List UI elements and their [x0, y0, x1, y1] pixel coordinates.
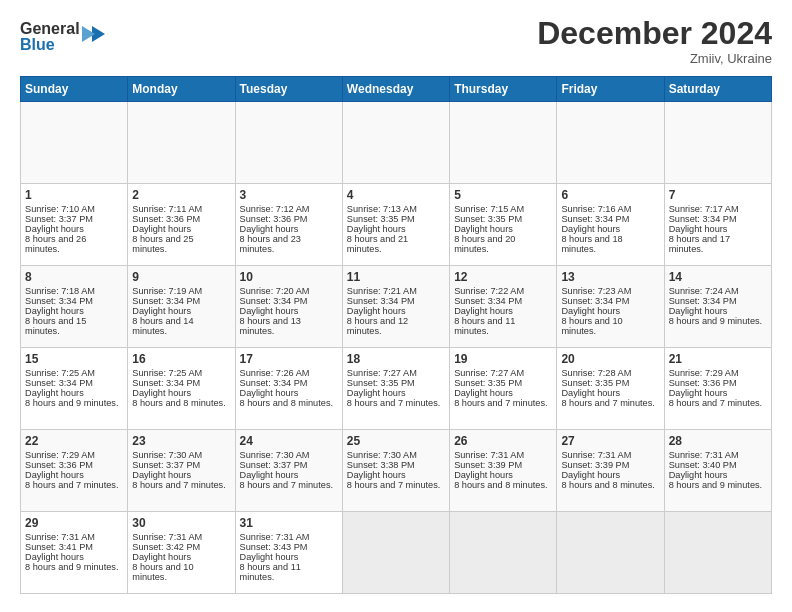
calendar-day-cell: 13Sunrise: 7:23 AMSunset: 3:34 PMDayligh… [557, 266, 664, 348]
daylight-value: 8 hours and 20 minutes. [454, 234, 515, 254]
sunset-text: Sunset: 3:37 PM [240, 460, 308, 470]
daylight-value: 8 hours and 8 minutes. [561, 480, 654, 490]
daylight-text: Daylight hours [132, 306, 191, 316]
daylight-value: 8 hours and 7 minutes. [669, 398, 762, 408]
day-number: 10 [240, 270, 338, 284]
day-of-week-header: Tuesday [235, 77, 342, 102]
daylight-text: Daylight hours [561, 470, 620, 480]
calendar-day-cell: 29Sunrise: 7:31 AMSunset: 3:41 PMDayligh… [21, 512, 128, 594]
sunset-text: Sunset: 3:34 PM [132, 296, 200, 306]
page: General Blue December 2024 Zmiiv, Ukrain… [0, 0, 792, 612]
sunrise-text: Sunrise: 7:17 AM [669, 204, 739, 214]
calendar-week-row: 29Sunrise: 7:31 AMSunset: 3:41 PMDayligh… [21, 512, 772, 594]
sunrise-text: Sunrise: 7:15 AM [454, 204, 524, 214]
sunset-text: Sunset: 3:34 PM [240, 378, 308, 388]
calendar-day-cell: 14Sunrise: 7:24 AMSunset: 3:34 PMDayligh… [664, 266, 771, 348]
calendar-day-cell: 10Sunrise: 7:20 AMSunset: 3:34 PMDayligh… [235, 266, 342, 348]
sunrise-text: Sunrise: 7:31 AM [240, 532, 310, 542]
daylight-value: 8 hours and 18 minutes. [561, 234, 622, 254]
calendar-day-cell: 6Sunrise: 7:16 AMSunset: 3:34 PMDaylight… [557, 184, 664, 266]
daylight-text: Daylight hours [240, 552, 299, 562]
day-number: 21 [669, 352, 767, 366]
sunrise-text: Sunrise: 7:20 AM [240, 286, 310, 296]
sunrise-text: Sunrise: 7:29 AM [669, 368, 739, 378]
day-number: 29 [25, 516, 123, 530]
calendar-day-cell: 2Sunrise: 7:11 AMSunset: 3:36 PMDaylight… [128, 184, 235, 266]
daylight-value: 8 hours and 7 minutes. [561, 398, 654, 408]
svg-text:General: General [20, 20, 80, 37]
daylight-value: 8 hours and 23 minutes. [240, 234, 301, 254]
calendar-day-cell: 26Sunrise: 7:31 AMSunset: 3:39 PMDayligh… [450, 430, 557, 512]
daylight-value: 8 hours and 21 minutes. [347, 234, 408, 254]
daylight-value: 8 hours and 9 minutes. [25, 398, 118, 408]
daylight-value: 8 hours and 11 minutes. [454, 316, 515, 336]
daylight-text: Daylight hours [454, 470, 513, 480]
calendar-day-cell [21, 102, 128, 184]
day-number: 30 [132, 516, 230, 530]
sunset-text: Sunset: 3:35 PM [347, 214, 415, 224]
calendar-day-cell [664, 512, 771, 594]
day-number: 20 [561, 352, 659, 366]
sunset-text: Sunset: 3:36 PM [669, 378, 737, 388]
daylight-text: Daylight hours [561, 388, 620, 398]
daylight-text: Daylight hours [240, 388, 299, 398]
daylight-value: 8 hours and 9 minutes. [669, 316, 762, 326]
sunset-text: Sunset: 3:34 PM [347, 296, 415, 306]
sunset-text: Sunset: 3:34 PM [25, 378, 93, 388]
calendar-day-cell: 3Sunrise: 7:12 AMSunset: 3:36 PMDaylight… [235, 184, 342, 266]
day-number: 6 [561, 188, 659, 202]
day-of-week-header: Sunday [21, 77, 128, 102]
calendar-day-cell: 11Sunrise: 7:21 AMSunset: 3:34 PMDayligh… [342, 266, 449, 348]
sunrise-text: Sunrise: 7:10 AM [25, 204, 95, 214]
calendar-day-cell: 9Sunrise: 7:19 AMSunset: 3:34 PMDaylight… [128, 266, 235, 348]
calendar-week-row: 15Sunrise: 7:25 AMSunset: 3:34 PMDayligh… [21, 348, 772, 430]
sunset-text: Sunset: 3:34 PM [132, 378, 200, 388]
day-number: 23 [132, 434, 230, 448]
sunrise-text: Sunrise: 7:22 AM [454, 286, 524, 296]
sunset-text: Sunset: 3:34 PM [25, 296, 93, 306]
daylight-text: Daylight hours [25, 470, 84, 480]
day-number: 15 [25, 352, 123, 366]
calendar-day-cell [342, 102, 449, 184]
calendar-day-cell: 28Sunrise: 7:31 AMSunset: 3:40 PMDayligh… [664, 430, 771, 512]
calendar-day-cell: 16Sunrise: 7:25 AMSunset: 3:34 PMDayligh… [128, 348, 235, 430]
svg-text:Blue: Blue [20, 36, 55, 53]
day-number: 5 [454, 188, 552, 202]
daylight-text: Daylight hours [240, 224, 299, 234]
header: General Blue December 2024 Zmiiv, Ukrain… [20, 16, 772, 66]
day-number: 12 [454, 270, 552, 284]
day-number: 26 [454, 434, 552, 448]
daylight-value: 8 hours and 26 minutes. [25, 234, 86, 254]
sunrise-text: Sunrise: 7:13 AM [347, 204, 417, 214]
day-number: 8 [25, 270, 123, 284]
title-block: December 2024 Zmiiv, Ukraine [537, 16, 772, 66]
sunset-text: Sunset: 3:35 PM [454, 214, 522, 224]
daylight-text: Daylight hours [25, 224, 84, 234]
sunset-text: Sunset: 3:34 PM [561, 296, 629, 306]
calendar-header-row: SundayMondayTuesdayWednesdayThursdayFrid… [21, 77, 772, 102]
calendar-day-cell: 22Sunrise: 7:29 AMSunset: 3:36 PMDayligh… [21, 430, 128, 512]
sunset-text: Sunset: 3:35 PM [347, 378, 415, 388]
calendar-day-cell: 7Sunrise: 7:17 AMSunset: 3:34 PMDaylight… [664, 184, 771, 266]
calendar-day-cell: 15Sunrise: 7:25 AMSunset: 3:34 PMDayligh… [21, 348, 128, 430]
sunset-text: Sunset: 3:36 PM [132, 214, 200, 224]
calendar-week-row: 1Sunrise: 7:10 AMSunset: 3:37 PMDaylight… [21, 184, 772, 266]
location: Zmiiv, Ukraine [537, 51, 772, 66]
sunrise-text: Sunrise: 7:25 AM [132, 368, 202, 378]
daylight-value: 8 hours and 7 minutes. [132, 480, 225, 490]
sunset-text: Sunset: 3:39 PM [454, 460, 522, 470]
sunrise-text: Sunrise: 7:28 AM [561, 368, 631, 378]
calendar-week-row [21, 102, 772, 184]
calendar-day-cell [557, 512, 664, 594]
sunrise-text: Sunrise: 7:24 AM [669, 286, 739, 296]
logo-text: General Blue [20, 16, 110, 62]
calendar-day-cell: 21Sunrise: 7:29 AMSunset: 3:36 PMDayligh… [664, 348, 771, 430]
daylight-value: 8 hours and 10 minutes. [132, 562, 193, 582]
daylight-value: 8 hours and 8 minutes. [240, 398, 333, 408]
day-of-week-header: Friday [557, 77, 664, 102]
daylight-value: 8 hours and 17 minutes. [669, 234, 730, 254]
sunset-text: Sunset: 3:34 PM [240, 296, 308, 306]
day-number: 17 [240, 352, 338, 366]
daylight-text: Daylight hours [454, 388, 513, 398]
daylight-value: 8 hours and 8 minutes. [454, 480, 547, 490]
